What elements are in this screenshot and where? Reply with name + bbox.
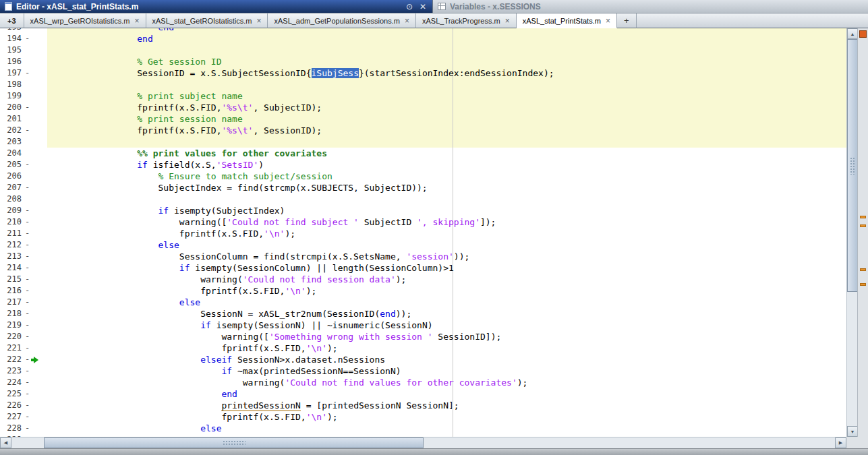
code-editor[interactable]: 193- end194- end195196 % Get session ID1… (0, 28, 846, 437)
tab-xASL_adm_GetPopulationSessions.m[interactable]: xASL_adm_GetPopulationSessions.m× (268, 13, 416, 28)
line-number-gutter[interactable]: 206 (0, 171, 47, 182)
code-text[interactable]: if isempty(SessionColumn) || length(Sess… (47, 262, 846, 274)
line-number-gutter[interactable]: 209- (0, 205, 47, 216)
close-icon[interactable]: ✕ (418, 3, 428, 11)
editor-panel-title-bar[interactable]: Editor - xASL_stat_PrintStats.m ⊙ ✕ (0, 0, 432, 13)
code-text[interactable]: %% print values for other covariates (47, 148, 846, 159)
code-text[interactable]: % print subject name (47, 90, 846, 102)
analyzer-warning-marker[interactable] (860, 216, 866, 218)
code-text[interactable] (47, 44, 846, 56)
code-text[interactable]: warning('Could not find values for other… (47, 377, 846, 388)
tab-xASL_wrp_GetROIstatistics.m[interactable]: xASL_wrp_GetROIstatistics.m× (24, 13, 146, 28)
line-number-gutter[interactable]: 195 (0, 44, 47, 56)
line-number-gutter[interactable]: 225- (0, 388, 47, 400)
line-number-gutter[interactable]: 216- (0, 285, 47, 297)
code-text[interactable]: else (47, 297, 846, 308)
code-text[interactable]: warning(['Something wrong with session '… (47, 331, 846, 342)
tab-close-icon[interactable]: × (256, 17, 261, 25)
horizontal-scrollbar[interactable]: ◀ ▶ (0, 437, 846, 448)
code-text[interactable]: warning(['Could not find subject ' Subje… (47, 216, 846, 228)
line-number-gutter[interactable]: 229 (0, 434, 47, 437)
code-text[interactable]: if isempty(SessionN) || ~isnumeric(Sessi… (47, 320, 846, 331)
line-number-gutter[interactable]: 201 (0, 113, 47, 125)
analyzer-warning-marker[interactable] (860, 224, 866, 227)
line-number-gutter[interactable]: 203 (0, 136, 47, 148)
line-number-gutter[interactable]: 218- (0, 308, 47, 320)
line-number-gutter[interactable]: 219- (0, 320, 47, 331)
variables-panel-title-bar[interactable]: Variables - x.SESSIONS (432, 0, 868, 13)
code-text[interactable] (47, 193, 846, 205)
code-text[interactable]: % Get session ID (47, 56, 846, 67)
code-text[interactable]: % Ensure to match subject/session (47, 171, 846, 182)
line-number-gutter[interactable]: 226- (0, 400, 47, 411)
line-number-gutter[interactable]: 204 (0, 148, 47, 159)
code-text[interactable]: fprintf(x.S.FID,'\n'); (47, 285, 846, 297)
line-number-gutter[interactable]: 222- (0, 354, 47, 365)
code-text[interactable]: end (47, 28, 846, 33)
line-number-gutter[interactable]: 217- (0, 297, 47, 308)
line-number-gutter[interactable]: 224- (0, 377, 47, 388)
code-text[interactable]: SubjectIndex = find(strcmp(x.SUBJECTS, S… (47, 182, 846, 193)
line-number-gutter[interactable]: 221- (0, 342, 47, 354)
code-text[interactable]: fprintf(x.S.FID,'%s\t', SubjectID); (47, 102, 846, 113)
tab-close-icon[interactable]: × (505, 17, 510, 25)
line-number-gutter[interactable]: 194- (0, 33, 47, 44)
vertical-scrollbar[interactable]: ▲ ▼ (846, 28, 857, 437)
line-number-gutter[interactable]: 214- (0, 262, 47, 274)
line-number-gutter[interactable]: 213- (0, 251, 47, 262)
undock-icon[interactable]: ⊙ (405, 3, 414, 11)
line-number-gutter[interactable]: 198 (0, 79, 47, 90)
code-text[interactable]: elseif SessionN>x.dataset.nSessions (47, 354, 846, 365)
code-text[interactable]: else (47, 239, 846, 251)
line-number-gutter[interactable]: 199 (0, 90, 47, 102)
line-number-gutter[interactable]: 205- (0, 159, 47, 171)
code-text[interactable]: if isempty(SubjectIndex) (47, 205, 846, 216)
line-number-gutter[interactable]: 202- (0, 125, 47, 136)
scroll-down-icon[interactable]: ▼ (847, 426, 858, 437)
scroll-right-icon[interactable]: ▶ (835, 437, 846, 448)
line-number-gutter[interactable]: 210- (0, 216, 47, 228)
code-text[interactable]: if ~max(printedSessionN==SessionN) (47, 365, 846, 377)
line-number-gutter[interactable]: 200- (0, 102, 47, 113)
line-number-gutter[interactable]: 197- (0, 67, 47, 79)
analyzer-warning-marker[interactable] (860, 268, 866, 271)
code-text[interactable]: fprintf(x.S.FID,'%s\t', SessionID); (47, 125, 846, 136)
line-number-gutter[interactable]: 211- (0, 228, 47, 239)
analyzer-warning-marker[interactable] (860, 283, 866, 286)
tab-close-icon[interactable]: × (134, 17, 139, 25)
code-text[interactable]: end (47, 33, 846, 44)
code-text[interactable]: end (47, 388, 846, 400)
code-text[interactable]: SessionID = x.S.SubjectSessionID{iSubjSe… (47, 67, 846, 79)
code-text[interactable]: SessionN = xASL_str2num(SessionID(end)); (47, 308, 846, 320)
tab-close-icon[interactable]: × (405, 17, 409, 25)
code-text[interactable] (47, 136, 846, 148)
code-text[interactable] (47, 434, 846, 437)
horizontal-scrollbar-thumb[interactable] (44, 437, 424, 448)
code-text[interactable] (47, 79, 846, 90)
scroll-left-icon[interactable]: ◀ (0, 437, 11, 448)
line-number-gutter[interactable]: 208 (0, 193, 47, 205)
code-text[interactable]: printedSessionN = [printedSessionN Sessi… (47, 400, 846, 411)
code-text[interactable]: % print session name (47, 113, 846, 125)
line-number-gutter[interactable]: 212- (0, 239, 47, 251)
analyzer-status-indicator[interactable] (859, 30, 867, 38)
code-text[interactable]: fprintf(x.S.FID,'\n'); (47, 342, 846, 354)
line-number-gutter[interactable]: 193- (0, 28, 47, 33)
tab-overflow-button[interactable]: +3 (0, 13, 24, 28)
line-number-gutter[interactable]: 215- (0, 274, 47, 285)
line-number-gutter[interactable]: 223- (0, 365, 47, 377)
line-number-gutter[interactable]: 207- (0, 182, 47, 193)
code-text[interactable]: else (47, 423, 846, 434)
code-text[interactable]: fprintf(x.S.FID,'\n'); (47, 228, 846, 239)
line-number-gutter[interactable]: 227- (0, 411, 47, 423)
line-number-gutter[interactable]: 228- (0, 423, 47, 434)
code-text[interactable]: SessionColumn = find(strcmpi(x.S.SetsNam… (47, 251, 846, 262)
new-tab-button[interactable]: + (617, 13, 637, 28)
code-text[interactable]: if isfield(x.S,'SetsID') (47, 159, 846, 171)
tab-close-icon[interactable]: × (606, 17, 610, 25)
code-text[interactable]: fprintf(x.S.FID,'\n'); (47, 411, 846, 423)
vertical-scrollbar-thumb[interactable] (847, 39, 858, 292)
line-number-gutter[interactable]: 220- (0, 331, 47, 342)
code-text[interactable]: warning('Could not find session data'); (47, 274, 846, 285)
tab-xASL_TrackProgress.m[interactable]: xASL_TrackProgress.m× (416, 13, 517, 28)
